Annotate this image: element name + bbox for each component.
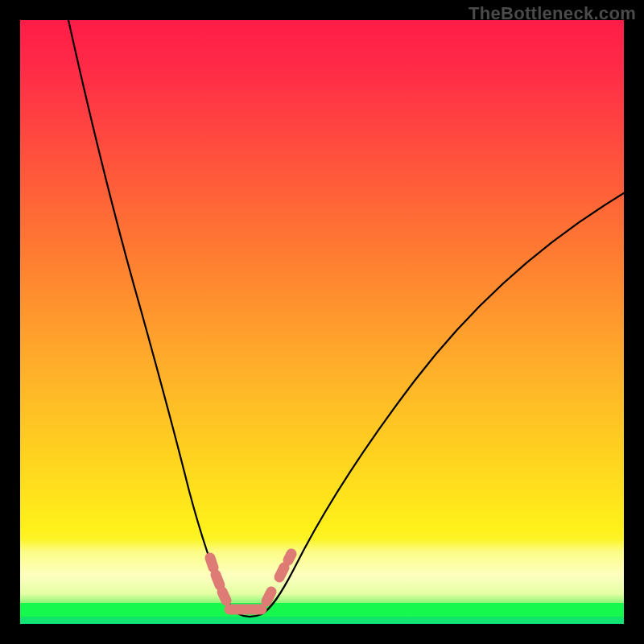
curve-layer bbox=[20, 20, 624, 624]
chart-frame: TheBottleneck.com bbox=[0, 0, 644, 644]
marker-dot bbox=[288, 554, 291, 560]
marker-dot bbox=[266, 592, 271, 601]
marker-dot bbox=[216, 575, 220, 585]
marker-dot bbox=[210, 558, 213, 568]
marker-dot bbox=[222, 592, 226, 601]
trough-markers bbox=[210, 554, 291, 609]
bottleneck-curve bbox=[68, 20, 624, 617]
marker-dot bbox=[279, 568, 284, 577]
watermark-text: TheBottleneck.com bbox=[469, 3, 636, 24]
plot-area bbox=[20, 20, 624, 624]
